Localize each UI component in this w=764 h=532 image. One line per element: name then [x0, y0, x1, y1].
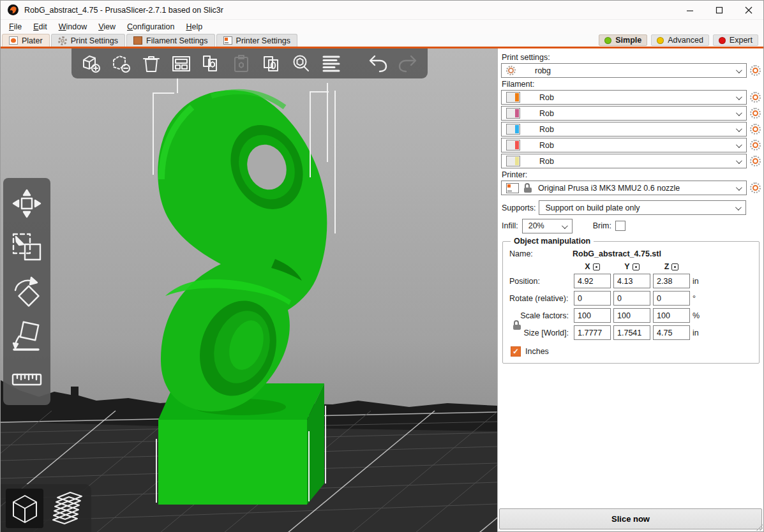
size-y-input[interactable] — [613, 325, 650, 340]
print-settings-value: robg — [535, 66, 551, 75]
supports-combo[interactable]: Support on build plate only — [539, 200, 746, 215]
infill-combo[interactable]: 20% — [522, 219, 573, 233]
object-name-value: RobG_abstract_4.75.stl — [573, 249, 661, 258]
chevron-down-icon — [736, 158, 742, 164]
app-logo-icon — [8, 4, 19, 15]
3d-editor-view-icon[interactable] — [6, 489, 43, 528]
close-button[interactable] — [734, 1, 763, 19]
rotate-unit: ° — [693, 294, 707, 303]
menu-configuration[interactable]: Configuration — [121, 21, 180, 33]
brim-label: Brim: — [593, 221, 611, 230]
variable-layer-height-icon[interactable] — [320, 53, 342, 75]
print-settings-label: Print settings: — [502, 53, 761, 62]
position-y-input[interactable] — [613, 274, 650, 288]
delete-all-icon[interactable] — [140, 53, 162, 75]
axis-x-icon — [593, 263, 600, 270]
filament-label: Filament: — [502, 80, 761, 89]
position-z-input[interactable] — [653, 274, 690, 288]
menu-edit[interactable]: Edit — [27, 21, 53, 33]
minimize-button[interactable] — [675, 1, 705, 19]
model-sculpture[interactable] — [158, 91, 327, 411]
filament-value-3: Rob — [539, 125, 554, 134]
advanced-mode-dot-icon — [657, 37, 664, 44]
print-settings-combo[interactable]: robg — [501, 63, 747, 78]
preset-gear-icon — [506, 66, 516, 75]
arrange-icon[interactable] — [170, 53, 192, 75]
rotate-y-input[interactable] — [613, 291, 650, 306]
inches-label: Inches — [525, 347, 549, 356]
printer-icon — [506, 183, 519, 193]
tab-filament-settings-label: Filament Settings — [146, 36, 208, 45]
redo-icon[interactable] — [397, 53, 419, 75]
uniform-scale-lock-icon[interactable] — [513, 320, 521, 330]
size-x-input[interactable] — [574, 325, 611, 340]
filament-edit-icon-2[interactable] — [750, 108, 761, 119]
measure-icon[interactable] — [10, 363, 43, 396]
move-icon[interactable] — [10, 187, 43, 220]
expert-mode-dot-icon — [719, 37, 726, 44]
filament-combo-5[interactable]: Rob — [501, 154, 747, 168]
axis-header-x: X — [574, 262, 611, 271]
print-settings-edit-icon[interactable] — [750, 65, 761, 76]
rotate-icon[interactable] — [10, 275, 43, 308]
mode-advanced[interactable]: Advanced — [651, 34, 709, 46]
slice-now-button[interactable]: Slice now — [499, 508, 762, 529]
printer-settings-tab-icon — [223, 36, 232, 45]
menu-help[interactable]: Help — [180, 21, 208, 33]
position-x-input[interactable] — [574, 274, 611, 288]
chevron-down-icon — [736, 184, 742, 191]
add-object-icon[interactable] — [80, 53, 102, 75]
inches-checkbox[interactable]: ✓ — [511, 346, 521, 357]
filament-combo-3[interactable]: Rob — [501, 122, 747, 137]
rotate-z-input[interactable] — [653, 291, 690, 306]
mode-expert[interactable]: Expert — [713, 34, 758, 46]
filament-spool-icon — [506, 140, 520, 151]
view-toggle-bar — [1, 484, 91, 532]
tab-bar: Plater Print Settings Filament Settings … — [1, 34, 763, 47]
menu-view[interactable]: View — [93, 21, 121, 33]
size-z-input[interactable] — [653, 325, 690, 340]
simple-mode-dot-icon — [604, 37, 611, 44]
infill-label: Infill: — [502, 221, 518, 230]
mode-simple-label: Simple — [615, 36, 641, 45]
filament-combo-2[interactable]: Rob — [501, 106, 747, 121]
scale-unit: % — [693, 311, 707, 320]
tab-printer-settings[interactable]: Printer Settings — [216, 34, 297, 47]
mode-simple[interactable]: Simple — [599, 34, 647, 46]
rotate-x-input[interactable] — [574, 291, 611, 306]
filament-combo-1[interactable]: Rob — [501, 90, 747, 105]
search-icon[interactable] — [290, 53, 312, 75]
paste-icon[interactable] — [230, 53, 252, 75]
scale-y-input[interactable] — [613, 308, 650, 323]
preview-icon[interactable] — [49, 489, 86, 528]
tab-printer-settings-label: Printer Settings — [236, 36, 290, 45]
menu-window[interactable]: Window — [53, 21, 93, 33]
filament-edit-icon-3[interactable] — [750, 124, 761, 135]
mode-advanced-label: Advanced — [668, 36, 703, 45]
printer-combo[interactable]: Original Prusa i3 MK3 MMU2 0.6 nozzle — [501, 181, 747, 195]
chevron-down-icon — [735, 204, 742, 211]
tab-print-settings[interactable]: Print Settings — [51, 34, 125, 47]
copy-icon[interactable] — [200, 53, 222, 75]
place-on-face-icon[interactable] — [10, 319, 43, 352]
filament-combo-4[interactable]: Rob — [501, 138, 747, 152]
undo-icon[interactable] — [367, 53, 389, 75]
3d-viewport[interactable] — [1, 48, 497, 532]
resize-grip[interactable] — [756, 524, 763, 531]
filament-edit-icon-1[interactable] — [750, 92, 761, 103]
menu-file[interactable]: File — [3, 21, 27, 33]
filament-edit-icon-4[interactable] — [750, 140, 761, 151]
tab-plater[interactable]: Plater — [2, 34, 50, 47]
tab-filament-settings[interactable]: Filament Settings — [126, 34, 215, 47]
printer-edit-icon[interactable] — [750, 182, 761, 193]
filament-edit-icon-5[interactable] — [750, 156, 761, 166]
scale-z-input[interactable] — [653, 308, 690, 323]
add-instance-icon[interactable] — [260, 53, 282, 75]
scale-icon[interactable] — [10, 231, 43, 264]
maximize-button[interactable] — [705, 1, 734, 19]
scale-x-input[interactable] — [574, 308, 611, 323]
position-unit: in — [693, 277, 707, 286]
remove-object-icon[interactable] — [110, 53, 132, 75]
window-title: RobG_abstract_4.75 - PrusaSlicer-2.7.1 b… — [24, 6, 223, 15]
brim-checkbox[interactable] — [615, 221, 625, 231]
